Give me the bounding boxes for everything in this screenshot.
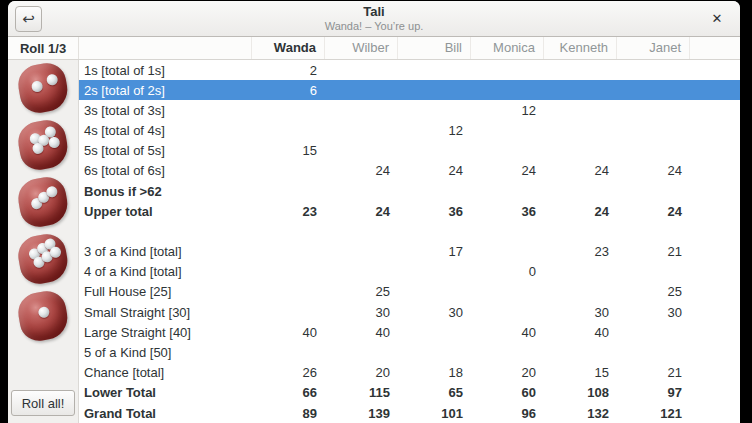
score-cell-bill: 24: [398, 163, 471, 178]
score-cell-kenneth: 108: [544, 385, 617, 400]
score-cell-monica: 40: [471, 325, 544, 340]
score-cell-wanda: 15: [252, 143, 325, 158]
close-button[interactable]: ✕: [707, 9, 727, 29]
score-cell-bill: 65: [398, 385, 471, 400]
player-header-kenneth[interactable]: Kenneth: [544, 37, 617, 59]
die-1-showing-2[interactable]: [15, 60, 71, 116]
score-cell-wilber: 115: [325, 385, 398, 400]
score-cell-janet: 24: [617, 204, 690, 219]
score-row[interactable]: 3 of a Kind [total]172321: [79, 242, 740, 262]
score-cell-wanda: 26: [252, 365, 325, 380]
score-cell-wanda: 2: [252, 63, 325, 78]
score-row[interactable]: Upper total232436362424: [79, 201, 740, 221]
score-row[interactable]: Full House [25]2525: [79, 282, 740, 302]
score-row[interactable]: 6s [total of 6s]2424242424: [79, 161, 740, 181]
score-cell-bill: 12: [398, 123, 471, 138]
score-cell-bill: 101: [398, 406, 471, 421]
window-content: Roll all! 1s [total of 1s]22s [total of …: [8, 60, 740, 423]
score-cell-janet: 121: [617, 406, 690, 421]
die-5-showing-1[interactable]: [15, 288, 71, 344]
row-label: 3s [total of 3s]: [79, 103, 252, 118]
score-row[interactable]: Small Straight [30]30303030: [79, 302, 740, 322]
score-row[interactable]: 5 of a Kind [50]: [79, 342, 740, 362]
score-cell-monica: 12: [471, 103, 544, 118]
back-button[interactable]: ↩: [15, 6, 42, 32]
score-cell-wanda: 89: [252, 406, 325, 421]
score-cell-wanda: 6: [252, 83, 325, 98]
score-cell-wilber: 20: [325, 365, 398, 380]
score-row[interactable]: 4s [total of 4s]12: [79, 121, 740, 141]
score-cell-janet: 21: [617, 365, 690, 380]
score-cell-janet: 30: [617, 305, 690, 320]
score-cell-kenneth: 15: [544, 365, 617, 380]
player-header-janet[interactable]: Janet: [617, 37, 690, 59]
score-cell-kenneth: 132: [544, 406, 617, 421]
row-label: Grand Total: [79, 406, 252, 421]
row-label: Large Straight [40]: [79, 325, 252, 340]
player-header-wanda[interactable]: Wanda: [252, 37, 325, 59]
score-row[interactable]: 2s [total of 2s]6: [79, 80, 740, 100]
score-cell-wilber: 25: [325, 284, 398, 299]
row-label: Small Straight [30]: [79, 305, 252, 320]
score-row[interactable]: Lower Total66115656010897: [79, 383, 740, 403]
row-label: 3 of a Kind [total]: [79, 244, 252, 259]
row-label: Lower Total: [79, 385, 252, 400]
score-cell-janet: 24: [617, 163, 690, 178]
row-label: 2s [total of 2s]: [79, 83, 252, 98]
row-label: 5 of a Kind [50]: [79, 345, 252, 360]
die-3-showing-3[interactable]: [15, 174, 71, 230]
score-cell-wanda: 66: [252, 385, 325, 400]
roll-all-button[interactable]: Roll all!: [11, 390, 75, 416]
score-row[interactable]: 1s [total of 1s]2: [79, 60, 740, 80]
row-label: Upper total: [79, 204, 252, 219]
score-row[interactable]: 4 of a Kind [total]0: [79, 262, 740, 282]
tali-window: ↩ Tali Wanda! – You’re up. ✕ Roll 1/3 Wa…: [8, 1, 740, 423]
score-row[interactable]: Bonus if >62: [79, 181, 740, 201]
die-2-showing-5[interactable]: [15, 117, 71, 173]
row-label: 4 of a Kind [total]: [79, 264, 252, 279]
player-header-wilber[interactable]: Wilber: [325, 37, 398, 59]
table-header-row: Roll 1/3 WandaWilberBillMonicaKennethJan…: [8, 37, 740, 60]
score-cell-bill: 36: [398, 204, 471, 219]
score-row[interactable]: 5s [total of 5s]15: [79, 141, 740, 161]
close-icon: ✕: [712, 11, 723, 26]
score-table: 1s [total of 1s]22s [total of 2s]63s [to…: [79, 60, 740, 423]
row-label: 4s [total of 4s]: [79, 123, 252, 138]
score-cell-kenneth: 40: [544, 325, 617, 340]
row-label: Chance [total]: [79, 365, 252, 380]
score-cell-monica: 60: [471, 385, 544, 400]
score-cell-wilber: 139: [325, 406, 398, 421]
row-label: 1s [total of 1s]: [79, 63, 252, 78]
player-header-monica[interactable]: Monica: [471, 37, 544, 59]
score-row[interactable]: 3s [total of 3s]12: [79, 100, 740, 120]
score-row[interactable]: Chance [total]262018201521: [79, 363, 740, 383]
score-cell-monica: 20: [471, 365, 544, 380]
score-cell-monica: 36: [471, 204, 544, 219]
die-4-showing-6[interactable]: [15, 231, 71, 287]
score-cell-janet: 97: [617, 385, 690, 400]
score-cell-monica: 96: [471, 406, 544, 421]
die-pip: [38, 306, 51, 319]
window-subtitle: Wanda! – You’re up.: [8, 20, 740, 33]
die-pip: [31, 80, 44, 93]
score-cell-kenneth: 30: [544, 305, 617, 320]
score-cell-janet: 21: [617, 244, 690, 259]
score-cell-monica: 24: [471, 163, 544, 178]
dice-column: [8, 60, 78, 340]
row-label: Bonus if >62: [79, 184, 252, 199]
spacer-row: [79, 221, 740, 241]
die-pip: [48, 136, 61, 149]
score-cell-wilber: 30: [325, 305, 398, 320]
score-cell-janet: 25: [617, 284, 690, 299]
score-cell-monica: 0: [471, 264, 544, 279]
score-row[interactable]: Grand Total8913910196132121: [79, 403, 740, 423]
score-cell-kenneth: 24: [544, 204, 617, 219]
score-cell-wilber: 24: [325, 204, 398, 219]
player-header-bill[interactable]: Bill: [398, 37, 471, 59]
score-cell-wilber: 24: [325, 163, 398, 178]
header-end-spacer: [690, 37, 740, 59]
score-cell-wilber: 40: [325, 325, 398, 340]
score-row[interactable]: Large Straight [40]40404040: [79, 322, 740, 342]
titlebar: ↩ Tali Wanda! – You’re up. ✕: [8, 1, 740, 37]
score-cell-bill: 17: [398, 244, 471, 259]
